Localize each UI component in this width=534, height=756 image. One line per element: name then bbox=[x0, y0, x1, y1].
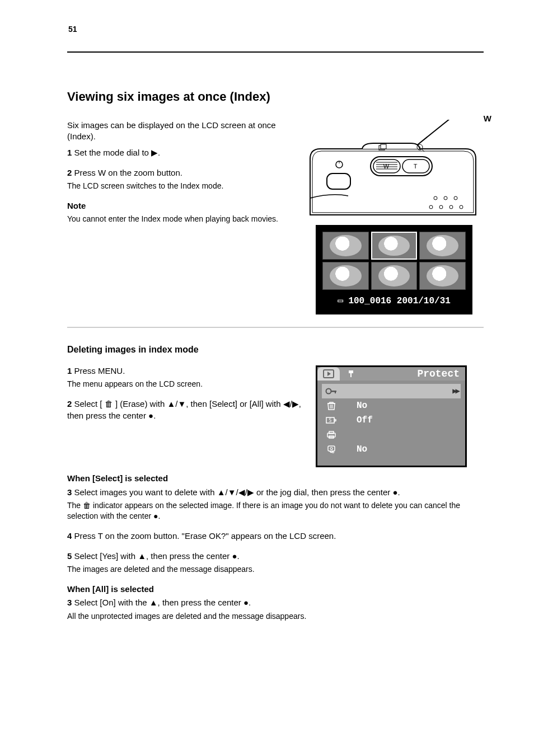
step-number: 1 bbox=[67, 366, 72, 375]
step-b2: 2 Select [ 🗑 ] (Erase) with ▲/▼, then [S… bbox=[67, 398, 302, 421]
card-icon: ▭ bbox=[338, 296, 343, 306]
when-all-heading: When [All] is selected bbox=[67, 584, 484, 595]
divider-top bbox=[67, 51, 484, 53]
thumbnail-grid bbox=[322, 232, 466, 290]
thumb-4 bbox=[322, 262, 369, 290]
menu-row-protect: ▶▶ bbox=[322, 384, 461, 398]
menu-row-erase: No bbox=[322, 398, 461, 413]
step-number: 3 bbox=[67, 598, 72, 607]
thumb-1 bbox=[322, 232, 369, 260]
key-icon bbox=[322, 387, 341, 395]
folder-file-id: 100_0016 bbox=[348, 296, 391, 306]
svg-point-25 bbox=[326, 389, 331, 394]
menu-value: Off bbox=[357, 415, 373, 427]
menu-value: No bbox=[357, 444, 367, 456]
step-text: Press MENU. bbox=[74, 366, 125, 375]
svg-text:T: T bbox=[414, 163, 418, 170]
menu-row-print bbox=[322, 428, 461, 442]
print-icon bbox=[322, 430, 341, 439]
svg-rect-36 bbox=[329, 431, 334, 434]
when-select-heading: When [Select] is selected bbox=[67, 473, 484, 484]
svg-rect-16 bbox=[327, 173, 350, 189]
capture-date: 2001/10/31 bbox=[397, 296, 451, 306]
step-text-part1: Select [ bbox=[74, 399, 102, 408]
menu-row-slideshow: S Off bbox=[322, 413, 461, 428]
step-1: 1 Set the mode dial to ▶. bbox=[67, 147, 302, 158]
step-text: Set the mode dial to ▶. bbox=[74, 148, 161, 157]
dpof-icon bbox=[322, 444, 341, 454]
step-text-part2: ] (Erase) with ▲/▼, then [Select] or [Al… bbox=[67, 399, 301, 420]
index-footer: ▭ 100_0016 2001/10/31 bbox=[322, 295, 466, 308]
step-subtext: The images are deleted and the message d… bbox=[67, 564, 484, 575]
setup-tab bbox=[340, 367, 362, 381]
menu-row-dpof: No bbox=[322, 442, 461, 457]
step-text: Press T on the zoom button. "Erase OK?" … bbox=[74, 531, 336, 541]
step-subtext: The 🗑 indicator appears on the selected … bbox=[67, 500, 484, 522]
step-subtext: The menu appears on the LCD screen. bbox=[67, 379, 302, 389]
step-subtext: The LCD screen switches to the Index mod… bbox=[67, 181, 302, 191]
step-select-3: 3 Select images you want to delete with … bbox=[67, 487, 484, 522]
zoom-w-label: W bbox=[483, 113, 493, 124]
subsection-heading: Deleting images in index mode bbox=[67, 344, 484, 356]
step-number: 4 bbox=[67, 531, 72, 541]
svg-rect-10 bbox=[381, 144, 386, 149]
step-number: 2 bbox=[67, 399, 72, 408]
svg-point-39 bbox=[330, 448, 332, 450]
trash-icon bbox=[322, 401, 341, 411]
camera-illustration: W W bbox=[316, 120, 478, 215]
step-select-5: 5 Select [Yes] with ▲, then press the ce… bbox=[67, 551, 484, 575]
step-number: 5 bbox=[67, 551, 72, 561]
step-number: 2 bbox=[67, 168, 72, 177]
thumb-3 bbox=[419, 232, 466, 260]
menu-body: ▶▶ No S Off bbox=[317, 381, 465, 466]
submenu-arrow-icon: ▶▶ bbox=[452, 386, 461, 397]
thumb-5 bbox=[371, 262, 418, 290]
w-key-letter: W bbox=[383, 163, 390, 170]
step-b1: 1 Press MENU. The menu appears on the LC… bbox=[67, 365, 302, 389]
step-all-3: 3 Select [On] with the ▲, then press the… bbox=[67, 597, 484, 621]
intro-text: Six images can be displayed on the LCD s… bbox=[67, 120, 302, 143]
thumb-6 bbox=[419, 262, 466, 290]
thumb-2-selected bbox=[371, 232, 418, 260]
playback-menu-figure: Protect ▶▶ No bbox=[316, 365, 467, 467]
step-text: Select images you want to delete with ▲/… bbox=[74, 487, 400, 497]
svg-rect-27 bbox=[335, 391, 336, 393]
step-number: 1 bbox=[67, 148, 72, 157]
step-2: 2 Press W on the zoom button. The LCD sc… bbox=[67, 167, 302, 191]
svg-rect-38 bbox=[328, 446, 335, 451]
svg-text:+: + bbox=[419, 145, 421, 149]
menu-value: No bbox=[357, 400, 367, 412]
step-text: Select [Yes] with ▲, then press the cent… bbox=[74, 551, 240, 561]
menu-tabs: Protect bbox=[317, 367, 465, 381]
step-text: Select [On] with the ▲, then press the c… bbox=[74, 598, 251, 607]
step-select-4: 4 Press T on the zoom button. "Erase OK?… bbox=[67, 530, 484, 542]
step-text: Press W on the zoom button. bbox=[74, 168, 182, 177]
svg-text:S: S bbox=[329, 418, 332, 423]
divider-mid bbox=[67, 327, 484, 328]
note-heading: Note bbox=[67, 200, 302, 212]
step-subtext: All the unprotected images are deleted a… bbox=[67, 611, 484, 622]
camera-svg: W T + bbox=[309, 120, 477, 220]
section-heading: Viewing six images at once (Index) bbox=[67, 90, 484, 104]
menu-title: Protect bbox=[417, 367, 465, 381]
note-body: You cannot enter the Index mode when pla… bbox=[67, 214, 302, 224]
page-number: 51 bbox=[68, 25, 77, 34]
trash-icon: 🗑 bbox=[105, 399, 113, 408]
slideshow-icon: S bbox=[322, 416, 341, 425]
step-number: 3 bbox=[67, 487, 72, 497]
index-screen-figure: 10/15 ▭ 100_0016 2001/10/31 bbox=[316, 225, 472, 314]
play-tab bbox=[317, 367, 340, 381]
svg-point-40 bbox=[332, 452, 334, 453]
